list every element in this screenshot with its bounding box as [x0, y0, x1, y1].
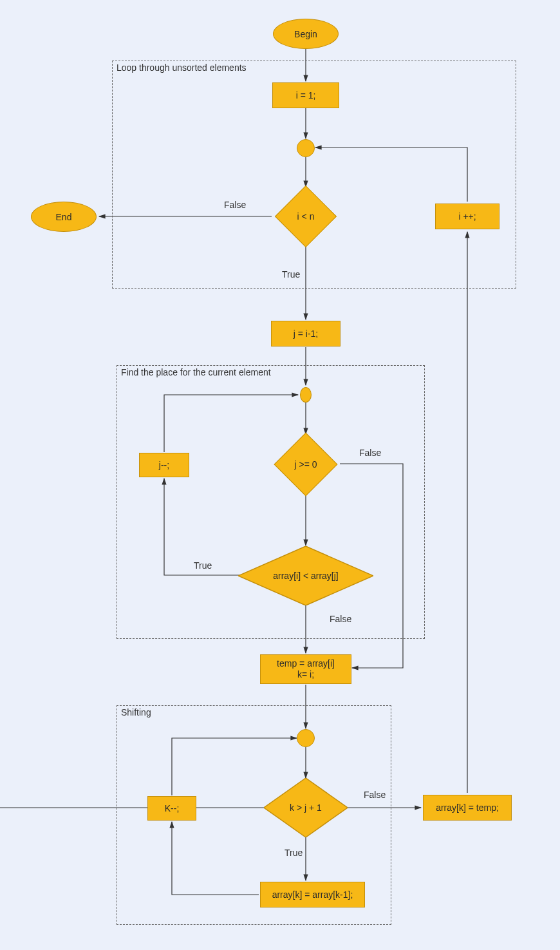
group-outer-label: Loop through unsorted elements [117, 62, 247, 73]
process-i-init: i = 1; [272, 82, 339, 108]
j-dec-label: j--; [159, 460, 169, 470]
edge-label-false-1: False [224, 200, 246, 210]
process-k-dec: K--; [147, 796, 196, 821]
terminal-begin: Begin [273, 19, 339, 49]
edge-label-true-2: True [194, 560, 212, 571]
edge-label-false-3: False [330, 614, 351, 624]
connector-joint-1 [297, 139, 315, 157]
edge-label-true-3: True [285, 848, 303, 858]
shift-label: array[k] = array[k-1]; [272, 889, 353, 900]
edge-label-false-4: False [364, 790, 386, 800]
i-init-label: i = 1; [296, 90, 316, 100]
edge-label-false-2: False [359, 448, 381, 458]
temp-line2: k= i; [297, 669, 314, 680]
decision-k-gt-j1: k > j + 1 [264, 778, 348, 837]
i-cond-label: i < n [297, 211, 315, 222]
temp-line1: temp = array[i] [277, 658, 335, 669]
j-cond-label: j >= 0 [294, 459, 317, 470]
i-inc-label: i ++; [458, 211, 476, 222]
process-assign: array[k] = temp; [423, 795, 512, 821]
compare-label: array[i] < array[j] [273, 571, 339, 581]
edge-label-true-1: True [282, 269, 300, 280]
group-shifting-label: Shifting [121, 707, 151, 717]
k-cond-label: k > j + 1 [290, 803, 322, 813]
process-shift: array[k] = array[k-1]; [260, 882, 365, 907]
process-j-init: j = i-1; [271, 321, 341, 347]
decision-j-ge-0: j >= 0 [267, 435, 344, 494]
process-i-inc: i ++; [435, 204, 499, 229]
assign-label: array[k] = temp; [436, 803, 499, 813]
connector-joint-2 [300, 387, 312, 403]
flowchart-canvas: Loop through unsorted elements Find the … [0, 0, 560, 950]
begin-label: Begin [294, 29, 317, 39]
k-dec-label: K--; [165, 803, 180, 813]
decision-compare: array[i] < array[j] [238, 546, 373, 605]
decision-i-lt-n: i < n [272, 187, 340, 246]
terminal-end: End [31, 202, 97, 232]
group-inner-label: Find the place for the current element [121, 367, 271, 377]
process-j-dec: j--; [139, 453, 189, 477]
process-temp: temp = array[i] k= i; [260, 654, 351, 684]
connector-joint-3 [297, 729, 315, 747]
j-init-label: j = i-1; [294, 328, 319, 339]
end-label: End [56, 212, 72, 222]
